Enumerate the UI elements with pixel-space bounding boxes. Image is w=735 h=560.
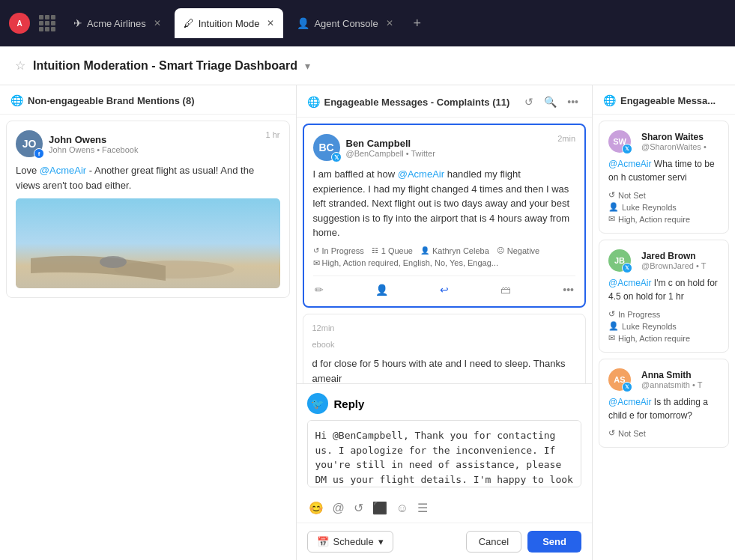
chrome-bar: A ✈ Acme Airlines ✕ 🖊 Intuition Mode ✕ 👤… bbox=[0, 0, 735, 46]
platform-badge-facebook: f bbox=[34, 148, 44, 159]
reply-textarea[interactable]: Hi @BenCampbell, Thank you for contactin… bbox=[307, 420, 582, 487]
partial-card-body: d for close for 5 hours with ate and I n… bbox=[312, 356, 577, 386]
schedule-chevron-icon: ▾ bbox=[378, 536, 384, 547]
platform-badge-twitter-ben: 𝕏 bbox=[331, 152, 342, 162]
card-meta-sharon: ↺Not Set 👤Luke Reynolds ✉High, Action re… bbox=[608, 190, 719, 224]
user-handle-sharon: @SharonWaites • bbox=[641, 142, 707, 151]
acme-tab-icon: ✈ bbox=[73, 17, 82, 29]
col3-globe-icon: 🌐 bbox=[603, 94, 616, 106]
avatar-anna: AS 𝕏 bbox=[608, 368, 631, 391]
col2-more-button[interactable]: ••• bbox=[564, 94, 581, 109]
app-area: ☆ Intuition Moderation - Smart Triage Da… bbox=[0, 46, 735, 560]
user-name-ben: Ben Campbell bbox=[346, 138, 435, 149]
avatar-sharon: SW 𝕏 bbox=[608, 130, 631, 153]
col1-content[interactable]: JO f John Owens John Owens • Facebook 1 … bbox=[0, 115, 296, 560]
toolbar-list-button[interactable]: ☰ bbox=[416, 499, 429, 517]
tab-intuition-mode[interactable]: 🖊 Intuition Mode ✕ bbox=[175, 8, 284, 38]
card-jared-brown[interactable]: JB 𝕏 Jared Brown @BrownJared • T @AcmeAi… bbox=[599, 240, 729, 353]
card-image-flight bbox=[16, 198, 280, 288]
reply-popup: 🐦 Reply Hi @BenCampbell, Thank you for c… bbox=[297, 383, 593, 560]
add-tab-button[interactable]: + bbox=[407, 13, 428, 34]
card-meta-anna: ↺Not Set bbox=[608, 428, 719, 438]
col3-header: 🌐 Engageable Messa... bbox=[593, 85, 735, 115]
card-user-sharon: SW 𝕏 Sharon Waites @SharonWaites • bbox=[608, 130, 719, 153]
card-user-anna: AS 𝕏 Anna Smith @annatsmith • T bbox=[608, 368, 719, 391]
card-user-john: JO f John Owens John Owens • Facebook bbox=[16, 130, 138, 157]
reply-title: Reply bbox=[334, 398, 365, 410]
card-john-owens[interactable]: JO f John Owens John Owens • Facebook 1 … bbox=[6, 121, 290, 298]
card-time-ben: 2min bbox=[557, 134, 575, 143]
col2-globe-icon: 🌐 bbox=[307, 96, 320, 108]
action-reply-button[interactable]: ↩ bbox=[438, 282, 450, 297]
toolbar-face-button[interactable]: ☺ bbox=[395, 499, 410, 517]
favorite-star-icon[interactable]: ☆ bbox=[15, 58, 25, 73]
agent-tab-label: Agent Console bbox=[314, 18, 378, 29]
column-engageable-complaints: 🌐 Engageable Messages - Complaints (11) … bbox=[297, 85, 593, 560]
card-actions-ben: ✏ 👤 ↩ 🗃 ••• bbox=[313, 276, 576, 297]
reply-footer: 📅 Schedule ▾ Cancel Send bbox=[297, 523, 593, 560]
cancel-button[interactable]: Cancel bbox=[466, 531, 521, 553]
card-ben-campbell[interactable]: BC 𝕏 Ben Campbell @BenCampbell • Twitter… bbox=[303, 124, 587, 308]
user-handle-anna: @annatsmith • T bbox=[641, 380, 702, 389]
intuition-tab-label: Intuition Mode bbox=[199, 18, 260, 29]
reply-twitter-icon: 🐦 bbox=[307, 393, 328, 414]
toolbar-retweet-button[interactable]: ↺ bbox=[352, 499, 365, 517]
intuition-tab-icon: 🖊 bbox=[184, 17, 194, 29]
platform-badge-jared: 𝕏 bbox=[622, 263, 632, 273]
user-name-john: John Owens bbox=[49, 134, 138, 145]
col2-header: 🌐 Engageable Messages - Complaints (11) … bbox=[297, 85, 593, 118]
col2-search-button[interactable]: 🔍 bbox=[541, 94, 560, 109]
action-archive-button[interactable]: 🗃 bbox=[499, 282, 512, 297]
col2-refresh-button[interactable]: ↺ bbox=[521, 94, 536, 109]
intuition-tab-close[interactable]: ✕ bbox=[267, 18, 274, 28]
schedule-label: Schedule bbox=[333, 536, 374, 547]
platform-badge-anna: 𝕏 bbox=[622, 382, 632, 392]
avatar-jared: JB 𝕏 bbox=[608, 249, 631, 272]
card-sharon-waites[interactable]: SW 𝕏 Sharon Waites @SharonWaites • @Acme… bbox=[599, 121, 729, 234]
toolbar-image-button[interactable]: ⬛ bbox=[371, 499, 389, 517]
schedule-button[interactable]: 📅 Schedule ▾ bbox=[307, 531, 393, 553]
partial-card-platform: ebook bbox=[312, 338, 577, 351]
send-button[interactable]: Send bbox=[527, 531, 581, 553]
col1-title: Non-engageable Brand Mentions (8) bbox=[28, 95, 285, 106]
col1-header: 🌐 Non-engageable Brand Mentions (8) bbox=[0, 85, 296, 115]
action-more-button[interactable]: ••• bbox=[561, 282, 575, 297]
col3-title: Engageable Messa... bbox=[620, 95, 725, 106]
page-title: Intuition Moderation - Smart Triage Dash… bbox=[33, 59, 297, 73]
app-logo: A bbox=[9, 13, 30, 34]
title-chevron-icon[interactable]: ▾ bbox=[305, 60, 310, 72]
acme-tab-label: Acme Airlines bbox=[87, 18, 146, 29]
partial-card-time: 12min bbox=[312, 323, 335, 332]
agent-tab-icon: 👤 bbox=[297, 17, 309, 29]
card-user-ben: BC 𝕏 Ben Campbell @BenCampbell • Twitter bbox=[313, 134, 435, 161]
col3-content[interactable]: SW 𝕏 Sharon Waites @SharonWaites • @Acme… bbox=[593, 115, 735, 560]
tab-agent-console[interactable]: 👤 Agent Console ✕ bbox=[288, 8, 402, 38]
toolbar-at-button[interactable]: @ bbox=[331, 499, 346, 517]
col2-title: Engageable Messages - Complaints (11) bbox=[324, 97, 518, 108]
svg-point-2 bbox=[100, 256, 127, 268]
reply-toolbar: 😊 @ ↺ ⬛ ☺ ☰ bbox=[297, 496, 593, 523]
toolbar-emoji-button[interactable]: 😊 bbox=[307, 499, 325, 517]
card-meta-ben: ↺In Progress ☷1 Queue 👤Kathryn Celeba ☹N… bbox=[313, 246, 576, 255]
column-engageable-right: 🌐 Engageable Messa... SW 𝕏 Sharon Waites… bbox=[593, 85, 735, 560]
avatar-ben: BC 𝕏 bbox=[313, 134, 340, 161]
schedule-calendar-icon: 📅 bbox=[317, 536, 329, 547]
tab-acme-airlines[interactable]: ✈ Acme Airlines ✕ bbox=[64, 8, 170, 38]
action-pencil-button[interactable]: ✏ bbox=[313, 282, 325, 297]
agent-tab-close[interactable]: ✕ bbox=[386, 18, 393, 28]
app-grid-icon bbox=[39, 15, 55, 31]
card-body-anna: @AcmeAir Is th adding a child e for tomo… bbox=[608, 395, 719, 422]
card-body-sharon: @AcmeAir Wha time to be on h customer se… bbox=[608, 157, 719, 184]
card-body-ben: I am baffled at how @AcmeAir handled my … bbox=[313, 167, 576, 240]
user-handle-ben: @BenCampbell • Twitter bbox=[346, 149, 435, 158]
platform-badge-sharon: 𝕏 bbox=[622, 144, 632, 154]
action-assign-button[interactable]: 👤 bbox=[374, 282, 390, 297]
reply-header: 🐦 Reply bbox=[297, 384, 593, 420]
card-body-jared: @AcmeAir I'm c on hold for 4.5 on hold f… bbox=[608, 276, 719, 303]
user-name-sharon: Sharon Waites bbox=[641, 132, 707, 142]
user-name-anna: Anna Smith bbox=[641, 370, 702, 380]
card-anna-smith[interactable]: AS 𝕏 Anna Smith @annatsmith • T @AcmeAir… bbox=[599, 359, 729, 448]
column-non-engageable: 🌐 Non-engageable Brand Mentions (8) JO f… bbox=[0, 85, 297, 560]
acme-tab-close[interactable]: ✕ bbox=[154, 18, 161, 28]
card-meta-jared: ↺In Progress 👤Luke Reynolds ✉High, Actio… bbox=[608, 309, 719, 343]
